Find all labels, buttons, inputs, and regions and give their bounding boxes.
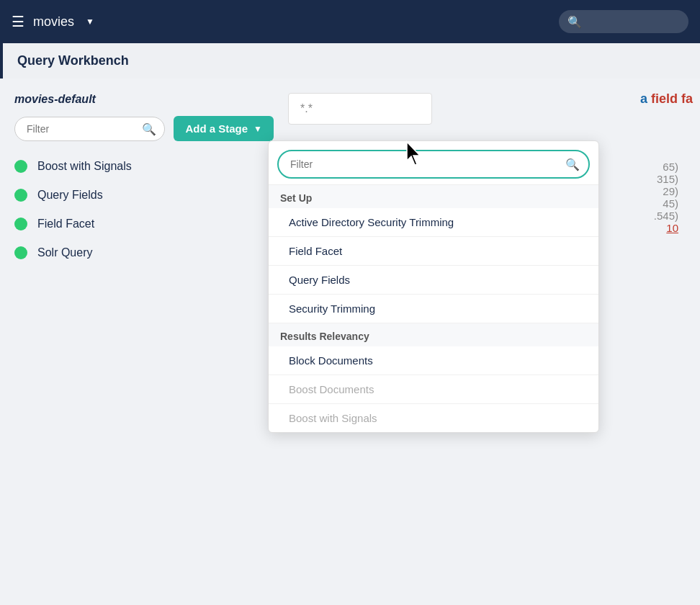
dropdown-search-icon: 🔍	[565, 158, 580, 171]
search-wrapper: 🔍	[559, 10, 688, 33]
left-panel: movies-default 🔍 Add a Stage ▼ Boost wit…	[14, 93, 274, 264]
field-fa-text: field fa	[651, 91, 693, 106]
menu-icon[interactable]: ☰	[12, 13, 24, 30]
field-fa-label: a field fa	[640, 91, 693, 107]
search-icon: 🔍	[567, 15, 582, 29]
add-stage-dropdown-icon: ▼	[253, 124, 262, 134]
stage-label: Field Facet	[37, 218, 94, 230]
stage-item-field-facet[interactable]: Field Facet	[14, 213, 274, 235]
filter-input-wrapper: 🔍	[14, 117, 165, 141]
topbar: ☰ movies ▼ 🔍	[0, 0, 700, 43]
add-stage-button[interactable]: Add a Stage ▼	[174, 116, 274, 141]
filter-bar: 🔍 Add a Stage ▼	[14, 116, 274, 141]
dropdown-item-boost-with-signals: Boost with Signals	[269, 404, 598, 432]
stage-item-query-fields[interactable]: Query Fields	[14, 184, 274, 206]
section-header-setup: Set Up	[269, 185, 598, 208]
stage-label: Solr Query	[37, 246, 92, 259]
dropdown-item-field-facet[interactable]: Field Facet	[269, 237, 598, 266]
dropdown-item-active-directory[interactable]: Active Directory Security Trimming	[269, 208, 598, 237]
add-stage-dropdown: 🔍 Set Up Active Directory Security Trimm…	[268, 140, 599, 433]
dropdown-item-boost-documents: Boost Documents	[269, 375, 598, 404]
stage-label: Boost with Signals	[37, 160, 132, 173]
stage-status-dot	[14, 218, 27, 230]
main-content: movies-default 🔍 Add a Stage ▼ Boost wit…	[0, 79, 700, 278]
dropdown-filter-wrapper: 🔍	[269, 141, 598, 185]
stage-item-boost-with-signals[interactable]: Boost with Signals	[14, 156, 274, 177]
dropdown-item-query-fields[interactable]: Query Fields	[269, 266, 598, 295]
index-name: movies-default	[14, 93, 274, 106]
result-link[interactable]: 10	[666, 222, 678, 234]
dropdown-item-block-documents[interactable]: Block Documents	[269, 346, 598, 375]
page-title: Query Workbench	[0, 43, 700, 79]
dropdown-filter-inner: 🔍	[277, 150, 590, 179]
query-input-box[interactable]: *.*	[288, 93, 432, 125]
app-dropdown-icon[interactable]: ▼	[86, 17, 94, 27]
stage-label: Query Fields	[37, 189, 103, 202]
add-stage-label: Add a Stage	[185, 122, 248, 135]
filter-search-icon: 🔍	[142, 122, 156, 135]
stage-list: Boost with Signals Query Fields Field Fa…	[14, 156, 274, 264]
stage-status-dot	[14, 160, 27, 173]
dropdown-item-security-trimming[interactable]: Security Trimming	[269, 295, 598, 323]
section-header-results-relevancy: Results Relevancy	[269, 323, 598, 346]
app-name: movies	[33, 14, 74, 30]
stage-status-dot	[14, 246, 27, 259]
stage-item-solr-query[interactable]: Solr Query	[14, 242, 274, 264]
stage-status-dot	[14, 189, 27, 202]
dropdown-filter-input[interactable]	[279, 151, 588, 177]
